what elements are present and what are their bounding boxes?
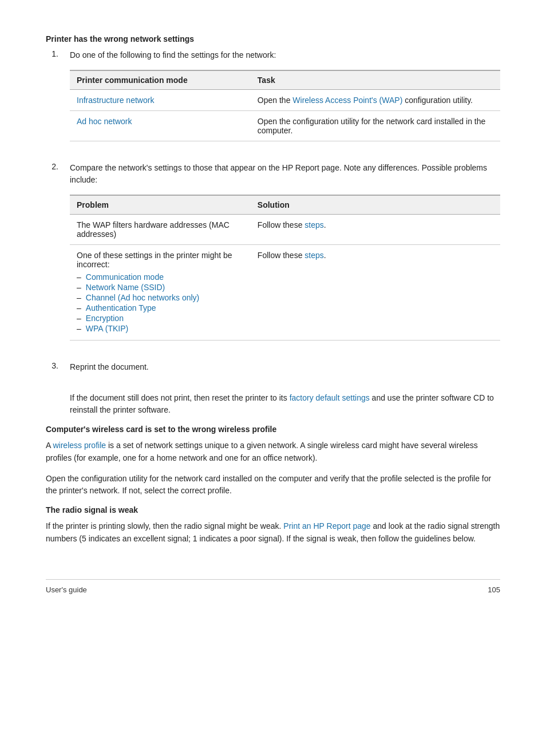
section2-para1-prefix: A [46,441,53,450]
print-hp-report-link[interactable]: Print an HP Report page [283,521,370,531]
section2-para1: A wireless profile is a set of network s… [46,440,500,464]
step2-content: Compare the network's settings to those … [70,162,500,351]
table1-row1-col1: Infrastructure network [70,89,251,110]
section2-para1-suffix: is a set of network settings unique to a… [46,441,478,462]
table-problems: Problem Solution The WAP filters hardwar… [70,195,500,341]
encryption-link[interactable]: Encryption [86,314,124,323]
steps-link-1[interactable]: steps [304,220,323,229]
table1-row1-col2: Open the Wireless Access Point's (WAP) c… [251,89,500,110]
table2-col2-header: Solution [251,195,500,215]
step1-content: Do one of the following to find the sett… [70,49,500,152]
step1-text: Do one of the following to find the sett… [70,49,500,62]
section2-heading: Computer's wireless card is set to the w… [46,425,500,434]
table2-col1-header: Problem [70,195,251,215]
section3-para1-prefix: If the printer is printing slowly, then … [46,521,283,531]
infrastructure-network-link[interactable]: Infrastructure network [77,96,154,105]
bullet-channel: Channel (Ad hoc networks only) [77,293,244,302]
section-wrong-settings: Printer has the wrong network settings 1… [46,34,500,417]
table2-row2-col1: One of these settings in the printer mig… [70,245,251,341]
step2-text: Compare the network's settings to those … [70,162,500,187]
table2-row1-col2: Follow these steps. [251,215,500,245]
network-name-link[interactable]: Network Name (SSID) [86,283,165,292]
wap-link[interactable]: Wireless Access Point's (WAP) [292,96,402,105]
table1-col2-header: Task [251,70,500,90]
auth-type-link[interactable]: Authentication Type [86,303,156,312]
table2-row1: The WAP filters hardware addresses (MAC … [70,215,500,245]
table1-row1: Infrastructure network Open the Wireless… [70,89,500,110]
step2-item: 2. Compare the network's settings to tho… [46,162,500,351]
step3-text: Reprint the document. [70,361,500,374]
table1-row2-col2: Open the configuration utility for the n… [251,110,500,141]
channel-link[interactable]: Channel (Ad hoc networks only) [86,293,199,302]
bullet-communication-mode: Communication mode [77,272,244,282]
row2-col1-text: One of these settings in the printer mig… [77,251,232,269]
section3-heading: The radio signal is weak [46,505,500,514]
after-steps-prefix: If the document still does not print, th… [70,393,290,402]
section-radio-signal: The radio signal is weak If the printer … [46,505,500,545]
wpa-link[interactable]: WPA (TKIP) [86,324,128,333]
section-wrong-profile: Computer's wireless card is set to the w… [46,425,500,497]
footer-left: User's guide [46,585,87,594]
factory-default-link[interactable]: factory default settings [290,393,370,402]
table1-row2: Ad hoc network Open the configuration ut… [70,110,500,141]
step1-number: 1. [46,49,58,152]
bullet-network-name: Network Name (SSID) [77,283,244,292]
step2-number: 2. [46,162,58,351]
step3-item: 3. Reprint the document. [46,361,500,382]
wireless-profile-link[interactable]: wireless profile [53,441,106,450]
step1-item: 1. Do one of the following to find the s… [46,49,500,152]
table2-row2-col2: Follow these steps. [251,245,500,341]
footer-right: 105 [488,585,500,594]
page-footer: User's guide 105 [46,579,500,594]
section3-para1: If the printer is printing slowly, then … [46,520,500,545]
table2-row2: One of these settings in the printer mig… [70,245,500,341]
step3-number: 3. [46,361,58,382]
section1-heading: Printer has the wrong network settings [46,34,500,43]
table2-row1-col1: The WAP filters hardware addresses (MAC … [70,215,251,245]
after-steps-para: If the document still does not print, th… [70,392,500,417]
settings-list: Communication mode Network Name (SSID) C… [77,269,244,333]
section2-para2: Open the configuration utility for the n… [46,473,500,497]
bullet-wpa: WPA (TKIP) [77,324,244,333]
bullet-auth-type: Authentication Type [77,303,244,312]
table1-col1-header: Printer communication mode [70,70,251,90]
table-communication-mode: Printer communication mode Task Infrastr… [70,70,500,141]
adhoc-network-link[interactable]: Ad hoc network [77,117,132,126]
bullet-encryption: Encryption [77,314,244,323]
table1-row2-col1: Ad hoc network [70,110,251,141]
step3-content: Reprint the document. [70,361,500,382]
steps-link-2[interactable]: steps [304,251,323,260]
communication-mode-link[interactable]: Communication mode [86,272,164,282]
